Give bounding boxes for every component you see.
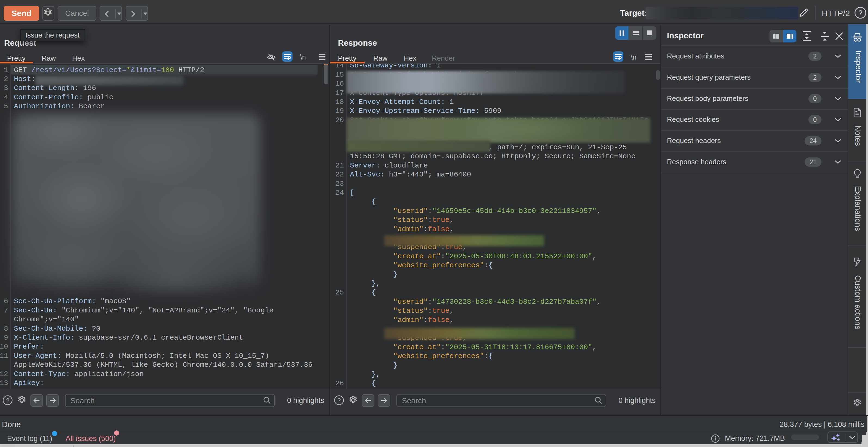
svg-text:?: ? [859,9,862,17]
svg-text:?: ? [337,397,341,404]
svg-text:?: ? [6,397,9,404]
